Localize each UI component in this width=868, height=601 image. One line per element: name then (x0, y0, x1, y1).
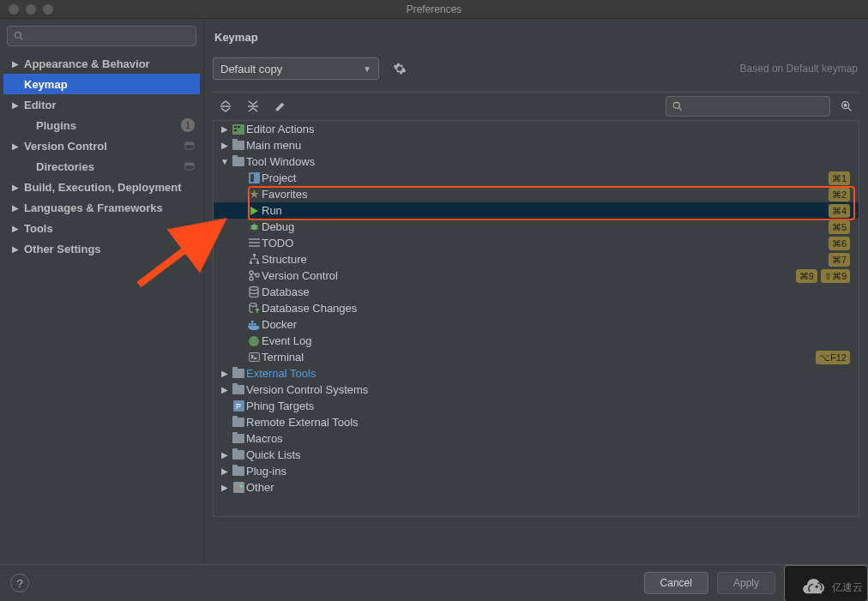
tree-item-favorites[interactable]: Favorites⌘2 (214, 186, 859, 202)
search-icon (13, 30, 25, 42)
expand-icon: ▶ (12, 100, 21, 110)
tree-item-editor-actions[interactable]: ▶Editor Actions (214, 121, 859, 137)
phing-icon: P (231, 400, 246, 412)
find-by-shortcut-button[interactable] (839, 99, 854, 114)
svg-point-39 (239, 485, 242, 488)
expand-icon: ▶ (219, 466, 231, 476)
svg-rect-23 (256, 261, 259, 264)
apply-button[interactable]: Apply (717, 572, 775, 594)
tree-item-label: Main menu (246, 139, 301, 152)
expand-icon: ▶ (12, 59, 21, 69)
tree-item-version-control[interactable]: Version Control⌘9⇧⌘9 (214, 267, 859, 284)
tree-item-docker[interactable]: Docker (214, 316, 859, 333)
titlebar: Preferences (0, 0, 868, 19)
svg-rect-5 (185, 163, 194, 165)
structure-icon (246, 254, 262, 265)
shortcut: ⌘7 (829, 253, 850, 267)
sidebar-item-tools[interactable]: ▶Tools (3, 218, 200, 238)
tree-item-label: Phing Targets (246, 400, 314, 412)
expand-icon: ▶ (219, 141, 231, 150)
expand-all-button[interactable] (218, 99, 233, 114)
project-scope-icon (184, 141, 195, 151)
svg-rect-32 (251, 321, 254, 323)
svg-point-26 (256, 273, 259, 277)
window-controls[interactable] (0, 4, 53, 15)
tree-item-label: Macros (246, 432, 283, 445)
tree-item-phing-targets[interactable]: PPhing Targets (214, 398, 859, 414)
sidebar-item-appearance-behavior[interactable]: ▶Appearance & Behavior (3, 53, 200, 74)
folder-icon (231, 466, 246, 476)
sidebar-search[interactable] (7, 26, 196, 46)
tree-item-database-changes[interactable]: Database Changes (214, 300, 859, 316)
tree-item-version-control-systems[interactable]: ▶Version Control Systems (214, 382, 859, 398)
close-icon[interactable] (9, 4, 19, 15)
tree-item-label: Other (246, 481, 274, 494)
svg-point-0 (15, 32, 21, 38)
sidebar-item-directories[interactable]: Directories (3, 156, 200, 177)
edit-shortcut-button[interactable] (273, 99, 288, 114)
expand-icon: ▶ (219, 124, 231, 134)
sidebar-label: Appearance & Behavior (24, 57, 150, 70)
sidebar-label: Plugins (36, 119, 76, 132)
svg-point-25 (250, 277, 253, 280)
sidebar-label: Version Control (24, 140, 107, 153)
todo-icon (246, 238, 262, 248)
sidebar-item-version-control[interactable]: ▶Version Control (3, 135, 200, 156)
tree-item-event-log[interactable]: Event Log (214, 333, 859, 349)
minimize-icon[interactable] (26, 4, 36, 15)
sidebar-label: Directories (36, 160, 94, 173)
tree-item-remote-external-tools[interactable]: Remote External Tools (214, 414, 859, 430)
tree-item-macros[interactable]: Macros (214, 430, 859, 447)
tree-item-label: Project (262, 171, 296, 184)
svg-point-27 (250, 287, 258, 291)
tree-item-tool-windows[interactable]: ▼Tool Windows (214, 153, 859, 170)
expand-icon: ▶ (12, 183, 21, 192)
svg-point-33 (249, 336, 259, 346)
sidebar-item-languages-frameworks[interactable]: ▶Languages & Frameworks (3, 197, 200, 218)
help-button[interactable]: ? (10, 574, 29, 592)
tree-item-project[interactable]: Project⌘1 (214, 170, 859, 186)
action-search[interactable] (666, 96, 830, 117)
folder-icon (231, 418, 246, 427)
tree-item-structure[interactable]: Structure⌘7 (214, 251, 859, 267)
svg-point-28 (250, 304, 256, 307)
actions-icon (231, 124, 246, 135)
tree-item-quick-lists[interactable]: ▶Quick Lists (214, 447, 859, 463)
sidebar-label: Build, Execution, Deployment (24, 181, 181, 194)
svg-rect-13 (238, 126, 240, 128)
keymap-selector[interactable]: Default copy ▼ (213, 57, 379, 80)
sidebar: ▶Appearance & BehaviorKeymap▶EditorPlugi… (0, 19, 204, 564)
sidebar-item-keymap[interactable]: Keymap (3, 74, 200, 94)
project-icon (246, 172, 262, 183)
tree-item-plug-ins[interactable]: ▶Plug-ins (214, 463, 859, 479)
tree-item-label: Quick Lists (246, 448, 301, 461)
tree-item-label: Run (262, 204, 282, 217)
tree-item-external-tools[interactable]: ▶External Tools (214, 365, 859, 382)
tree-item-terminal[interactable]: Terminal⌥F12 (214, 349, 859, 365)
tree-item-label: Version Control (262, 269, 338, 282)
tree-item-label: Structure (262, 253, 307, 266)
action-tree[interactable]: ▶Editor Actions▶Main menu▼Tool WindowsPr… (213, 121, 859, 517)
tree-item-label: TODO (262, 237, 293, 249)
tree-item-debug[interactable]: Debug⌘5 (214, 219, 859, 235)
tree-item-todo[interactable]: TODO⌘6 (214, 235, 859, 251)
sidebar-item-build-execution-deployment[interactable]: ▶Build, Execution, Deployment (3, 177, 200, 197)
tree-item-main-menu[interactable]: ▶Main menu (214, 137, 859, 153)
expand-icon (219, 99, 232, 113)
sidebar-label: Languages & Frameworks (24, 201, 163, 214)
sidebar-item-plugins[interactable]: Plugins1 (3, 115, 200, 135)
tree-item-label: Database (262, 285, 310, 298)
cancel-button[interactable]: Cancel (644, 572, 708, 594)
tree-item-database[interactable]: Database (214, 284, 859, 300)
svg-point-10 (844, 104, 847, 106)
svg-rect-37 (233, 482, 244, 493)
tree-item-other[interactable]: ▶Other (214, 479, 859, 496)
sidebar-item-other-settings[interactable]: ▶Other Settings (3, 238, 200, 259)
zoom-icon[interactable] (43, 4, 53, 15)
tree-item-run[interactable]: Run⌘4 (214, 202, 859, 219)
folder-icon (231, 450, 246, 460)
keymap-selector-value: Default copy (220, 63, 282, 75)
keymap-settings-button[interactable] (393, 62, 410, 75)
sidebar-item-editor[interactable]: ▶Editor (3, 94, 200, 115)
collapse-all-button[interactable] (245, 99, 261, 114)
